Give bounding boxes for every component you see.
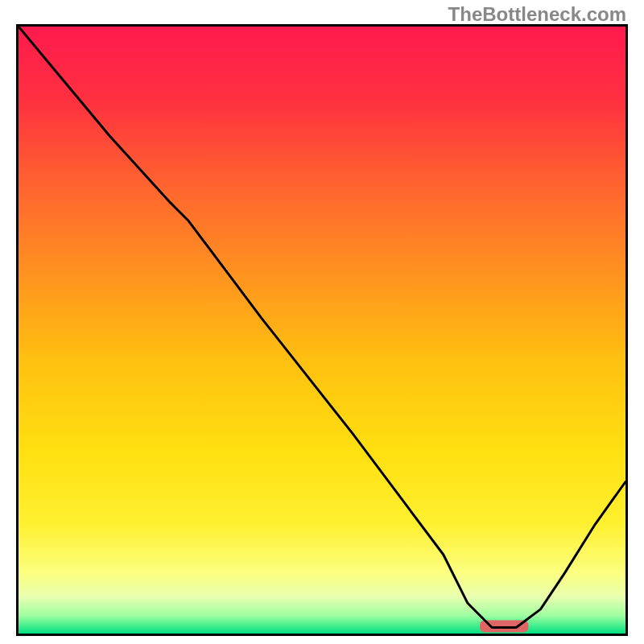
attribution-text: TheBottleneck.com <box>448 3 626 26</box>
chart-svg <box>19 27 625 634</box>
chart-background <box>19 27 625 634</box>
chart-frame <box>16 24 628 636</box>
